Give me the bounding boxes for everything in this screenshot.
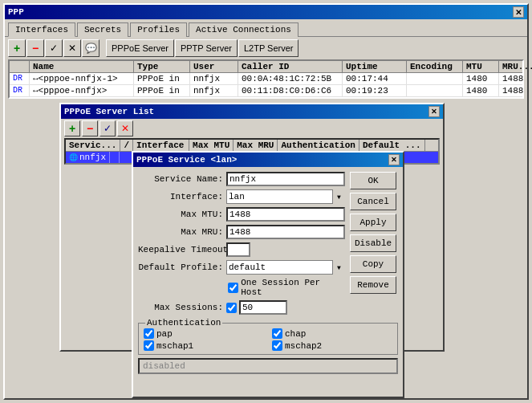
sub-check-icon: ✓ (104, 123, 112, 134)
interface-select[interactable]: lan ether1 (226, 189, 345, 204)
mschap2-checkbox[interactable] (272, 340, 282, 351)
subwindow-title: PPPoE Server List (64, 107, 154, 116)
tab-interfaces[interactable]: Interfaces (8, 22, 75, 37)
main-title-bar: PPP ✕ (5, 5, 527, 19)
pppoe-row-icon: 🌐 (69, 153, 78, 162)
copy-button[interactable]: Copy (350, 255, 396, 273)
sub-col-auth: Authentication (278, 140, 359, 151)
col-uptime: Uptime (343, 61, 407, 72)
add-button[interactable]: + (8, 39, 26, 57)
service-name-row: Service Name: (138, 172, 345, 186)
max-mtu-input[interactable] (226, 207, 345, 222)
max-mru-label: Max MRU: (138, 227, 226, 237)
row1-user: nnfjx (190, 73, 238, 84)
remove-button[interactable]: Remove (350, 276, 396, 294)
sub-col-maxmru: Max MRU (234, 140, 278, 151)
default-profile-select[interactable]: default (226, 260, 345, 275)
col-caller: Caller ID (238, 61, 343, 72)
cancel-button[interactable]: Cancel (350, 193, 396, 210)
max-sessions-label: Max Sessions: (138, 303, 226, 312)
chap-label: chap (285, 329, 306, 339)
sub-check-button[interactable]: ✓ (99, 120, 116, 136)
row1-name: ↔<pppoe-nnfjx-1> (30, 73, 134, 84)
tabs-bar: Interfaces Secrets Profiles Active Conne… (5, 19, 527, 37)
auth-legend: Authentication (145, 318, 222, 328)
table-row[interactable]: DR ↔<pppoe-nnfjx> PPPoE in nnfjx 00:11:D… (10, 85, 522, 97)
chap-checkbox[interactable] (272, 328, 282, 339)
sub-col-interface: Interface (133, 140, 189, 151)
pppoe-server-button[interactable]: PPPoE Server (106, 39, 174, 57)
main-window-title: PPP (8, 7, 24, 17)
col-user: User (190, 61, 238, 72)
max-mtu-label: Max MTU: (138, 210, 226, 219)
arrow-icon: ↔ (33, 86, 39, 96)
one-session-label: One Session Per Host (241, 278, 345, 297)
one-session-checkbox[interactable] (228, 283, 238, 293)
pap-checkbox[interactable] (144, 328, 154, 339)
pppoe-service-dialog: PPPoE Service <lan> ✕ Service Name: Inte… (132, 151, 404, 398)
minus-icon: − (32, 42, 39, 55)
interface-label: Interface: (138, 192, 226, 202)
row2-mtu: 1480 (463, 85, 499, 96)
main-toolbar: + − ✓ ✕ 💬 PPPoE Server PPTP Server L2TP … (5, 37, 527, 59)
max-sessions-input[interactable] (239, 300, 287, 315)
max-mru-input[interactable] (226, 225, 345, 239)
sub-table-header: Servic... / Interface Max MTU Max MRU Au… (66, 140, 438, 152)
sub-minus-icon: − (87, 122, 93, 135)
row1-type: PPPoE in (134, 73, 190, 84)
col-badge (10, 61, 30, 72)
row1-encoding (407, 73, 463, 84)
col-encoding: Encoding (407, 61, 463, 72)
max-mtu-row: Max MTU: (138, 207, 345, 222)
comment-button[interactable]: 💬 (82, 39, 99, 57)
l2tp-server-button[interactable]: L2TP Server (238, 39, 299, 57)
main-close-button[interactable]: ✕ (513, 6, 524, 18)
sub-toolbar: + − ✓ ✕ (61, 119, 443, 138)
ok-button[interactable]: OK (350, 172, 396, 189)
apply-button[interactable]: Apply (350, 214, 396, 231)
row1-uptime: 00:17:44 (343, 73, 407, 84)
sub-remove-button[interactable]: − (82, 120, 98, 136)
col-mtu: MTU (463, 61, 499, 72)
disable-button[interactable]: Disable (350, 234, 396, 252)
sub-row-service: 🌐 nnfjx (66, 152, 110, 163)
subwindow-close-button[interactable]: ✕ (428, 106, 440, 117)
dialog-title-bar: PPPoE Service <lan> ✕ (133, 153, 403, 167)
main-table: Name Type User Caller ID Uptime Encoding… (8, 59, 524, 99)
enable-button[interactable]: ✓ (45, 39, 63, 57)
remove-button[interactable]: − (26, 39, 44, 57)
check-icon: ✓ (50, 43, 58, 54)
subwindow-title-bar: PPPoE Server List ✕ (61, 104, 443, 119)
col-type: Type (134, 61, 190, 72)
table-header: Name Type User Caller ID Uptime Encoding… (10, 61, 522, 73)
max-sessions-row: Max Sessions: (138, 300, 345, 315)
cross-icon: ✕ (68, 43, 76, 54)
table-row[interactable]: DR ↔<pppoe-nnfjx-1> PPPoE in nnfjx 00:0A… (10, 73, 522, 85)
dialog-close-button[interactable]: ✕ (388, 154, 400, 165)
row2-badge: DR (10, 85, 30, 96)
row1-mru: 1488 (499, 73, 532, 84)
col-name: Name (30, 61, 134, 72)
mschap1-checkbox[interactable] (144, 340, 154, 351)
sub-cross-button[interactable]: ✕ (117, 120, 133, 136)
tab-profiles[interactable]: Profiles (130, 22, 187, 37)
tab-secrets[interactable]: Secrets (77, 22, 128, 37)
sub-add-button[interactable]: + (64, 120, 80, 136)
pptp-server-button[interactable]: PPTP Server (175, 39, 238, 57)
max-sessions-checkbox[interactable] (226, 303, 237, 313)
disable-button[interactable]: ✕ (63, 39, 81, 57)
row1-caller: 00:0A:48:1C:72:5B (238, 73, 343, 84)
row2-type: PPPoE in (134, 85, 190, 96)
service-name-input[interactable] (226, 172, 345, 186)
sub-plus-icon: + (69, 122, 75, 135)
sub-col-slash: / (120, 140, 133, 151)
row2-user: nnfjx (190, 85, 238, 96)
keepalive-input[interactable] (226, 242, 250, 257)
dialog-buttons: OK Cancel Apply Disable Copy Remove (350, 172, 398, 318)
tab-active-connections[interactable]: Active Connections (189, 22, 298, 37)
auth-section: Authentication pap chap mschap1 mschap2 (138, 323, 398, 355)
auth-chap: chap (272, 328, 392, 339)
row2-name: ↔<pppoe-nnfjx> (30, 85, 134, 96)
default-profile-row: Default Profile: default ▼ (138, 260, 345, 275)
default-profile-select-wrapper: default ▼ (226, 260, 345, 275)
